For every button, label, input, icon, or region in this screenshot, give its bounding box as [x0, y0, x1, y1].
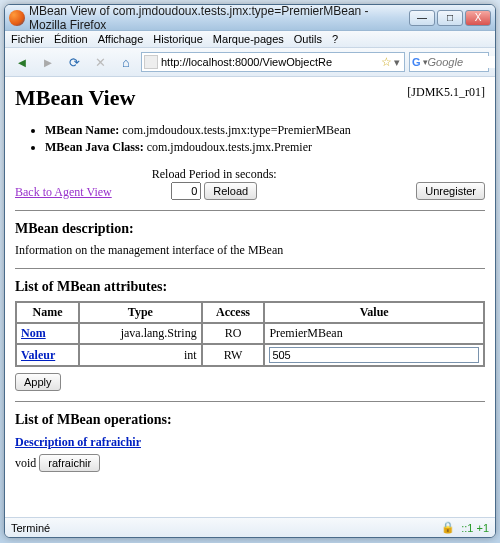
url-input[interactable]: [161, 56, 381, 68]
apply-button[interactable]: Apply: [15, 373, 61, 391]
op-button[interactable]: rafraichir: [39, 454, 100, 472]
menu-outils[interactable]: Outils: [294, 33, 322, 45]
reload-label: Reload Period in seconds:: [152, 167, 277, 182]
mbean-name-row: MBean Name: com.jmdoudoux.tests.jmx:type…: [45, 123, 485, 138]
window-titlebar: MBean View of com.jmdoudoux.tests.jmx:ty…: [5, 5, 495, 31]
col-access: Access: [202, 302, 265, 323]
page-icon: [144, 55, 158, 69]
menu-edition[interactable]: Édition: [54, 33, 88, 45]
page-heading: MBean View: [15, 85, 135, 111]
google-icon: G: [412, 56, 421, 68]
page-content: MBean View [JDMK5.1_r01] MBean Name: com…: [5, 77, 495, 517]
attr-access: RO: [202, 323, 265, 344]
attr-value-input[interactable]: [269, 347, 479, 363]
attr-link-nom[interactable]: Nom: [21, 326, 46, 340]
unregister-button[interactable]: Unregister: [416, 182, 485, 200]
col-type: Type: [79, 302, 202, 323]
col-value: Value: [264, 302, 484, 323]
stop-icon: ✕: [89, 51, 111, 73]
window-title: MBean View of com.jmdoudoux.tests.jmx:ty…: [29, 4, 409, 32]
home-icon[interactable]: ⌂: [115, 51, 137, 73]
statusbar: Terminé 🔒 ::1 +1: [5, 517, 495, 537]
toolbar: ◄ ► ⟳ ✕ ⌂ ☆ ▾ G ▾: [5, 48, 495, 77]
desc-text: Information on the management interface …: [15, 243, 485, 258]
menubar: Fichier Édition Affichage Historique Mar…: [5, 31, 495, 48]
back-to-agent-link[interactable]: Back to Agent View: [15, 185, 112, 200]
menu-affichage[interactable]: Affichage: [98, 33, 144, 45]
op-desc-link[interactable]: Description of rafraichir: [15, 435, 141, 449]
attrs-heading: List of MBean attributes:: [15, 279, 485, 295]
col-name: Name: [16, 302, 79, 323]
menu-historique[interactable]: Historique: [153, 33, 203, 45]
menu-help[interactable]: ?: [332, 33, 338, 45]
desc-heading: MBean description:: [15, 221, 485, 237]
reload-period-input[interactable]: [171, 182, 201, 200]
menu-marquepages[interactable]: Marque-pages: [213, 33, 284, 45]
divider: [15, 401, 485, 402]
attr-type: int: [79, 344, 202, 366]
divider: [15, 268, 485, 269]
reload-button[interactable]: Reload: [204, 182, 257, 200]
security-icon: 🔒: [441, 521, 455, 534]
ops-heading: List of MBean operations:: [15, 412, 485, 428]
menu-fichier[interactable]: Fichier: [11, 33, 44, 45]
search-input[interactable]: [428, 56, 496, 68]
status-text: Terminé: [11, 522, 50, 534]
minimize-button[interactable]: —: [409, 10, 435, 26]
version-label: [JDMK5.1_r01]: [407, 85, 485, 100]
search-box[interactable]: G ▾: [409, 52, 489, 72]
table-row: Nom java.lang.String RO PremierMBean: [16, 323, 484, 344]
back-icon[interactable]: ◄: [11, 51, 33, 73]
attr-value: PremierMBean: [264, 323, 484, 344]
maximize-button[interactable]: □: [437, 10, 463, 26]
table-row: Valeur int RW: [16, 344, 484, 366]
attr-type: java.lang.String: [79, 323, 202, 344]
close-button[interactable]: X: [465, 10, 491, 26]
bookmark-star-icon[interactable]: ☆: [381, 55, 392, 69]
status-indicator: ::1 +1: [461, 522, 489, 534]
attr-link-valeur[interactable]: Valeur: [21, 348, 55, 362]
firefox-icon: [9, 10, 25, 26]
attrs-table: Name Type Access Value Nom java.lang.Str…: [15, 301, 485, 367]
divider: [15, 210, 485, 211]
forward-icon: ►: [37, 51, 59, 73]
attr-access: RW: [202, 344, 265, 366]
mbean-class-row: MBean Java Class: com.jmdoudoux.tests.jm…: [45, 140, 485, 155]
op-return-type: void: [15, 456, 36, 470]
reload-icon[interactable]: ⟳: [63, 51, 85, 73]
url-bar[interactable]: ☆ ▾: [141, 52, 405, 72]
dropdown-icon[interactable]: ▾: [394, 56, 400, 69]
